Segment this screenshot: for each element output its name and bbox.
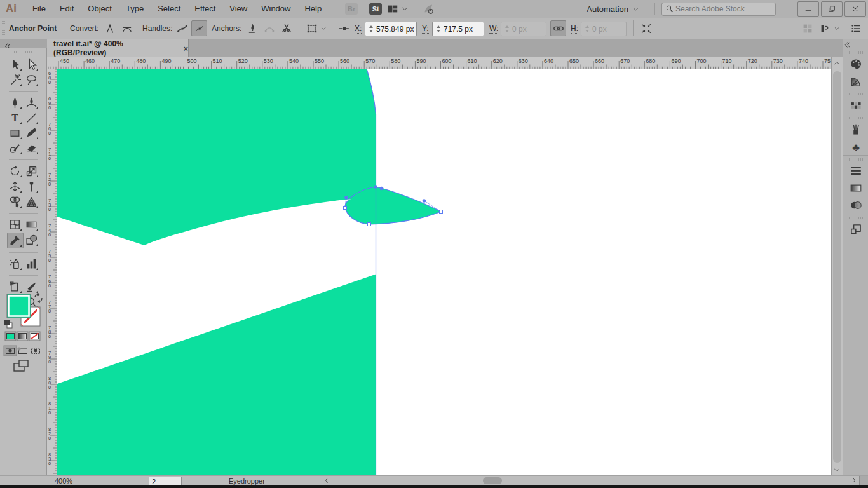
reference-point-icon[interactable] xyxy=(336,20,351,36)
cut-path-button[interactable] xyxy=(278,20,294,36)
draw-inside-button[interactable] xyxy=(32,348,40,354)
type-tool[interactable]: T xyxy=(8,111,23,125)
w-label[interactable]: W: xyxy=(489,24,498,34)
rotate-tool[interactable] xyxy=(8,164,23,179)
arrange-documents-icon[interactable] xyxy=(387,3,398,15)
swatches-panel-icon[interactable] xyxy=(843,97,868,114)
color-panel-icon[interactable] xyxy=(843,55,868,72)
screen-mode-icon[interactable] xyxy=(14,360,28,371)
direct-selection-tool[interactable] xyxy=(24,57,39,72)
transform-panel-button[interactable] xyxy=(304,20,320,36)
horizontal-ruler[interactable]: 4504604704804905005105205305405505605705… xyxy=(47,57,831,69)
line-segment-tool[interactable] xyxy=(24,111,39,125)
vertical-scroll-thumb[interactable] xyxy=(833,71,841,463)
mesh-tool[interactable] xyxy=(8,217,23,232)
width-tool[interactable] xyxy=(8,179,23,194)
chevron-down-icon[interactable] xyxy=(632,6,639,13)
menu-view[interactable]: View xyxy=(222,0,254,18)
x-label[interactable]: X: xyxy=(355,24,362,34)
restore-button[interactable] xyxy=(821,1,843,17)
none-button[interactable] xyxy=(29,332,40,341)
curvature-tool[interactable] xyxy=(24,95,39,110)
blend-tool[interactable] xyxy=(24,233,39,247)
selection-tool[interactable] xyxy=(8,57,23,72)
anchor-selected[interactable] xyxy=(374,186,377,189)
vertical-ruler[interactable]: 6806907007107207307407507607707807908008… xyxy=(47,69,58,475)
panel-menu-button[interactable] xyxy=(848,20,864,36)
zoom-level[interactable]: 400% xyxy=(55,477,72,485)
menu-effect[interactable]: Effect xyxy=(187,0,222,18)
dock-group-grip[interactable] xyxy=(849,93,863,95)
stock-icon[interactable]: St xyxy=(369,3,382,15)
tool-panel-grip[interactable] xyxy=(14,51,33,53)
x-stepper[interactable] xyxy=(369,25,373,32)
scroll-left-icon[interactable] xyxy=(323,477,330,484)
convert-to-smooth-button[interactable] xyxy=(119,20,135,36)
stroke-panel-icon[interactable] xyxy=(843,162,868,179)
paintbrush-tool[interactable] xyxy=(24,126,39,140)
gradient-button[interactable] xyxy=(17,332,28,341)
show-handles-button[interactable] xyxy=(174,20,190,36)
minimize-button[interactable] xyxy=(797,1,819,17)
artboard-number-field[interactable]: 2 xyxy=(149,477,182,486)
dock-group-grip[interactable] xyxy=(849,117,863,119)
dock-group-grip[interactable] xyxy=(849,217,863,219)
isolate-selection-button[interactable] xyxy=(638,20,654,36)
perspective-grid-tool[interactable] xyxy=(24,194,39,209)
column-graph-tool[interactable] xyxy=(24,257,39,271)
adobe-stock-search[interactable] xyxy=(661,3,776,16)
canvas[interactable] xyxy=(57,69,831,475)
artboards-panel-icon[interactable] xyxy=(843,220,868,238)
search-input[interactable] xyxy=(674,4,759,14)
dock-group-grip[interactable] xyxy=(849,158,863,161)
document-tab[interactable]: travel it.ai* @ 400% (RGB/Preview) × xyxy=(47,39,189,57)
menu-object[interactable]: Object xyxy=(81,0,119,18)
scroll-right-icon[interactable] xyxy=(850,477,858,484)
scroll-down-icon[interactable] xyxy=(833,466,841,474)
hide-handles-button[interactable] xyxy=(191,20,207,36)
collapse-dock-icon[interactable] xyxy=(843,41,865,49)
brushes-panel-icon[interactable] xyxy=(843,121,868,138)
transparency-panel-icon[interactable] xyxy=(843,196,868,214)
default-swatches-icon[interactable] xyxy=(4,320,12,328)
dock-control-button[interactable] xyxy=(817,20,833,36)
menu-edit[interactable]: Edit xyxy=(53,0,81,18)
remove-anchor-button[interactable] xyxy=(244,20,260,36)
gpu-performance-icon[interactable] xyxy=(423,3,434,15)
y-field[interactable]: 717.5 px xyxy=(432,22,484,36)
connect-anchors-button[interactable] xyxy=(261,20,277,36)
eyedropper-tool[interactable] xyxy=(7,233,24,248)
draw-normal-button[interactable] xyxy=(4,346,17,356)
close-button[interactable] xyxy=(844,1,866,17)
convert-to-corner-button[interactable] xyxy=(102,20,118,36)
chevron-down-icon[interactable] xyxy=(320,25,327,32)
h-label[interactable]: H: xyxy=(571,24,578,34)
color-button[interactable] xyxy=(5,332,16,341)
chevron-down-icon[interactable] xyxy=(834,25,840,32)
scale-tool[interactable] xyxy=(24,164,39,179)
fill-swatch[interactable] xyxy=(7,294,31,318)
y-label[interactable]: Y: xyxy=(422,24,429,34)
symbol-sprayer-tool[interactable] xyxy=(8,257,23,271)
dock-group-grip[interactable] xyxy=(849,51,863,54)
shape-builder-tool[interactable] xyxy=(8,194,23,209)
lasso-tool[interactable] xyxy=(24,72,39,87)
color-guide-panel-icon[interactable] xyxy=(843,72,868,90)
link-dimensions-button[interactable] xyxy=(550,20,566,36)
shaper-tool[interactable] xyxy=(8,141,23,156)
horizontal-scrollbar[interactable] xyxy=(322,476,859,485)
scroll-up-icon[interactable] xyxy=(833,59,841,67)
bridge-icon[interactable]: Br xyxy=(345,3,358,15)
magic-wand-tool[interactable] xyxy=(8,72,23,87)
eraser-tool[interactable] xyxy=(24,141,39,156)
menu-window[interactable]: Window xyxy=(254,0,297,18)
swap-fill-stroke-icon[interactable] xyxy=(35,294,42,303)
gradient-panel-icon[interactable] xyxy=(843,179,868,196)
rectangle-tool[interactable] xyxy=(8,126,23,140)
horizontal-scroll-thumb[interactable] xyxy=(483,477,502,484)
chevron-down-icon[interactable] xyxy=(401,5,409,13)
pen-tool[interactable] xyxy=(8,95,23,110)
symbols-panel-icon[interactable]: ♣ xyxy=(843,138,868,155)
draw-behind-button[interactable] xyxy=(17,347,27,353)
panel-grip[interactable] xyxy=(2,21,5,36)
